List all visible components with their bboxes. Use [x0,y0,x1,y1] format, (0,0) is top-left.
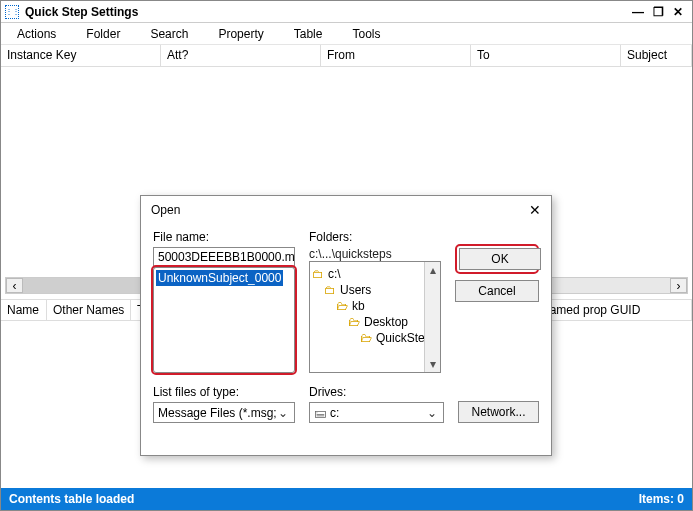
minimize-button[interactable]: — [628,5,648,19]
menu-tools[interactable]: Tools [346,25,386,43]
drives-combo[interactable]: 🖴 c: ⌄ [309,402,444,423]
title-bar: Quick Step Settings — ❐ ✕ [1,1,692,23]
tree-node-users[interactable]: Users [340,283,371,297]
status-bar: Contents table loaded Items: 0 [1,488,692,510]
file-listbox[interactable]: UnknownSubject_0000 [153,267,295,373]
list-type-label: List files of type: [153,385,295,399]
chevron-down-icon[interactable]: ⌄ [276,406,290,420]
col-instance-key[interactable]: Instance Key [1,45,161,66]
folders-path: c:\...\quicksteps [309,247,441,261]
subcol-named-prop-guid[interactable]: Named prop GUID [535,300,692,320]
folder-closed-icon: 🗀 [312,267,324,281]
column-headers: Instance Key Att? From To Subject [1,45,692,67]
folder-open-icon: 🗁 [360,331,372,345]
drive-icon: 🖴 [314,406,326,420]
cancel-button[interactable]: Cancel [455,280,539,302]
close-button[interactable]: ✕ [668,5,688,19]
content-area: ‹ › Name Other Names Ta Named prop GUID … [1,67,692,447]
menu-folder[interactable]: Folder [80,25,126,43]
scroll-thumb[interactable] [23,278,143,293]
scroll-down-icon[interactable]: ▾ [425,356,440,372]
tree-scrollbar[interactable]: ▴ ▾ [424,262,440,372]
menu-table[interactable]: Table [288,25,329,43]
col-subject[interactable]: Subject [621,45,692,66]
tree-node-c[interactable]: c:\ [328,267,341,281]
scroll-up-icon[interactable]: ▴ [425,262,440,278]
chevron-down-icon[interactable]: ⌄ [425,406,439,420]
ok-highlight: OK [455,244,539,274]
filename-input[interactable]: 50003DEEEBB1B0000.msg [153,247,295,268]
menu-property[interactable]: Property [212,25,269,43]
drives-label: Drives: [309,385,444,399]
scroll-left-icon[interactable]: ‹ [6,278,23,293]
folder-open-icon: 🗁 [336,299,348,313]
filename-label: File name: [153,230,295,244]
file-list-selected[interactable]: UnknownSubject_0000 [156,270,283,286]
folder-tree[interactable]: 🗀c:\ 🗀Users 🗁kb 🗁Desktop 🗁QuickSteps ▴ ▾ [309,261,441,373]
folders-label: Folders: [309,230,441,244]
dialog-title: Open [151,203,529,217]
network-button[interactable]: Network... [458,401,539,423]
scroll-right-icon[interactable]: › [670,278,687,293]
list-type-value: Message Files (*.msg;*.o [158,406,276,420]
status-items: Items: 0 [639,492,684,506]
window-title: Quick Step Settings [25,5,628,19]
drives-value: c: [330,406,425,420]
list-type-combo[interactable]: Message Files (*.msg;*.o ⌄ [153,402,295,423]
open-dialog: Open ✕ File name: 50003DEEEBB1B0000.msg … [140,195,552,456]
dialog-titlebar: Open ✕ [141,196,551,224]
folder-open-icon: 🗁 [348,315,360,329]
menu-bar: Actions Folder Search Property Table Too… [1,23,692,45]
dialog-close-icon[interactable]: ✕ [529,202,541,218]
tree-node-kb[interactable]: kb [352,299,365,313]
folder-closed-icon: 🗀 [324,283,336,297]
col-to[interactable]: To [471,45,621,66]
subcol-other-names[interactable]: Other Names [47,300,131,320]
tree-node-desktop[interactable]: Desktop [364,315,408,329]
col-from[interactable]: From [321,45,471,66]
restore-button[interactable]: ❐ [648,5,668,19]
col-att[interactable]: Att? [161,45,321,66]
app-icon [5,5,19,19]
status-text: Contents table loaded [9,492,134,506]
menu-search[interactable]: Search [144,25,194,43]
ok-button[interactable]: OK [459,248,541,270]
menu-actions[interactable]: Actions [11,25,62,43]
subcol-name[interactable]: Name [1,300,47,320]
